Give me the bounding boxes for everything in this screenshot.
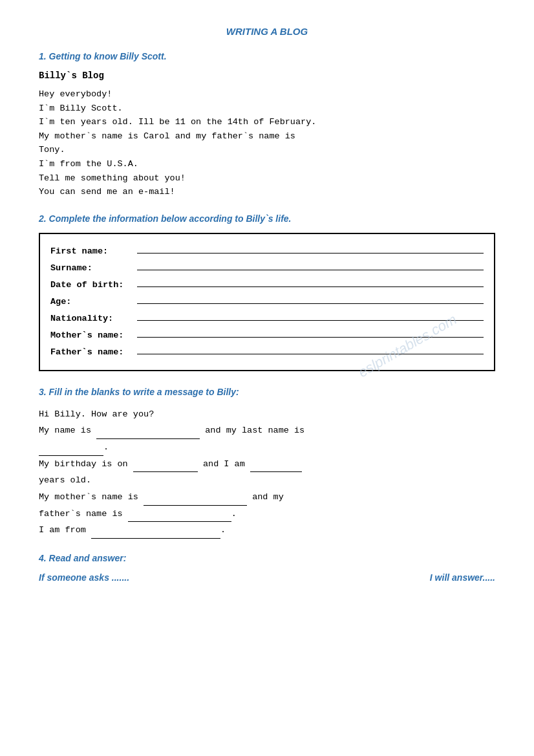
blog-line-6: I`m from the U.S.A. [39,157,495,171]
blog-line-3: I`m ten years old. Ill be 11 on the 14th… [39,115,495,129]
blog-line-8: You can send me an e-mail! [39,185,495,199]
info-row-age: Age: [50,294,484,307]
label-firstname: First name: [50,246,134,256]
line-firstname [137,243,484,254]
blog-line-7: Tell me something about you! [39,171,495,186]
section1: 1. Getting to know Billy Scott. Billy`s … [39,51,495,199]
blank-mother [144,495,247,506]
info-row-surname: Surname: [50,260,484,273]
fill-line-lastname: . [39,439,495,456]
info-row-firstname: First name: [50,243,484,256]
blog-body: Hey everybody! I`m Billy Scott. I`m ten … [39,87,495,199]
blog-line-5: Tony. [39,143,495,157]
line-age [137,294,484,304]
blank-lastname [39,446,103,456]
section2-heading: 2. Complete the information below accord… [39,213,495,224]
fill-line-birthday: My birthday is on and I am [39,456,495,473]
label-nationality: Nationality: [50,314,134,323]
info-table: First name: Surname: Date of birth: Age:… [39,233,495,371]
info-row-father: Father`s name: [50,344,484,357]
line-surname [137,260,484,270]
fill-line-yearsold: years old. [39,472,495,489]
blank-age [250,462,302,472]
section3: 3. Fill in the blanks to write a message… [39,387,495,539]
blank-from [91,528,220,539]
blog-title: Billy`s Blog [39,70,495,81]
fill-line-father: father`s name is . [39,506,495,523]
label-mother: Mother`s name: [50,330,134,340]
info-row-mother: Mother`s name: [50,327,484,340]
section1-heading: 1. Getting to know Billy Scott. [39,51,495,61]
blank-birthday [133,462,198,472]
fill-section: Hi Billy. How are you? My name is and my… [39,406,495,539]
section3-heading: 3. Fill in the blanks to write a message… [39,387,495,397]
blog-line-2: I`m Billy Scott. [39,102,495,116]
blank-firstname [96,429,200,439]
fill-line-name: My name is and my last name is [39,422,495,439]
blog-line-1: Hey everybody! [39,87,495,102]
line-dob [137,277,484,287]
label-age: Age: [50,297,134,307]
fill-line-greeting: Hi Billy. How are you? [39,406,495,423]
section4-heading: 4. Read and answer: [39,553,495,563]
line-nationality [137,310,484,321]
section4: 4. Read and answer: If someone asks ....… [39,553,495,583]
label-father: Father`s name: [50,347,134,357]
fill-line-from: I am from . [39,522,495,539]
col2-label: I will answer..... [430,572,495,583]
line-father [137,344,484,354]
col1-label: If someone asks ....... [39,572,129,583]
section2: 2. Complete the information below accord… [39,213,495,371]
blank-father [128,512,231,522]
two-col-header: If someone asks ....... I will answer...… [39,572,495,583]
label-dob: Date of birth: [50,280,134,290]
page-title: WRITING A BLOG [39,26,495,37]
info-row-nationality: Nationality: [50,310,484,323]
label-surname: Surname: [50,263,134,273]
info-row-dob: Date of birth: [50,277,484,290]
blog-line-4: My mother`s name is Carol and my father`… [39,129,495,144]
fill-line-mother: My mother`s name is and my [39,489,495,506]
line-mother [137,327,484,338]
